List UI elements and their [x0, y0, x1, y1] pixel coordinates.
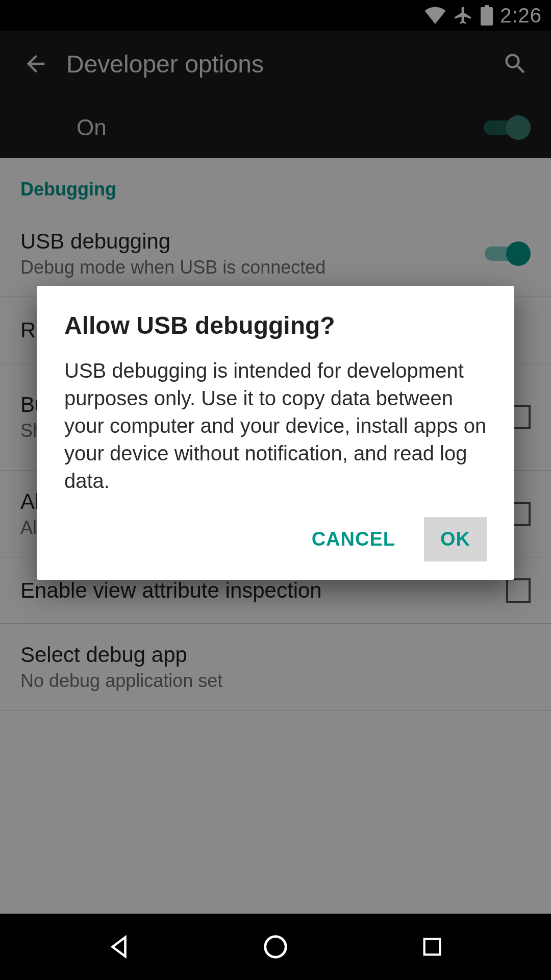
usb-debugging-dialog: Allow USB debugging? USB debugging is in…	[37, 286, 514, 580]
navigation-bar	[0, 914, 551, 980]
dialog-title: Allow USB debugging?	[64, 311, 487, 339]
dialog-actions: Cancel OK	[64, 517, 487, 561]
svg-rect-1	[424, 939, 440, 955]
cancel-button[interactable]: Cancel	[295, 517, 412, 561]
nav-recents-button[interactable]	[414, 929, 450, 965]
nav-back-button[interactable]	[101, 929, 137, 965]
dialog-body: USB debugging is intended for developmen…	[64, 357, 487, 495]
svg-point-0	[265, 937, 286, 958]
screen: 2:26 Developer options On Debugging USB …	[0, 0, 551, 980]
nav-home-button[interactable]	[258, 929, 293, 965]
ok-button[interactable]: OK	[424, 517, 487, 561]
